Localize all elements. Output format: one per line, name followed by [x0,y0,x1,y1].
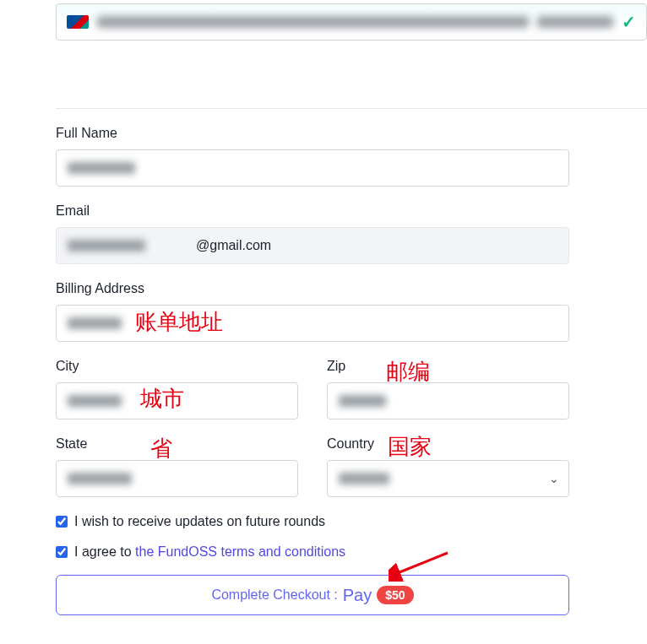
zip-label: Zip [327,359,569,374]
checkout-pay-text: Pay [343,586,372,605]
terms-link[interactable]: the FundOSS terms and conditions [135,544,345,559]
full-name-label: Full Name [56,126,569,141]
state-group: State 省 [56,436,298,497]
agree-checkbox[interactable] [56,546,68,558]
zip-group: Zip 邮编 [327,359,569,419]
agree-prefix: I agree to [74,544,135,559]
card-number-masked [97,16,529,28]
agree-label: I agree to the FundOSS terms and conditi… [74,544,345,560]
email-user-masked [68,240,145,252]
agree-checkbox-row: I agree to the FundOSS terms and conditi… [56,544,569,560]
billing-value-masked [68,317,122,329]
country-value-masked [339,473,389,484]
updates-checkbox-row: I wish to receive updates on future roun… [56,514,569,529]
card-expiry-masked [537,16,613,28]
country-label: Country [327,436,569,452]
city-group: City 城市 [56,359,298,419]
card-payment-row[interactable]: ✓ [56,3,647,41]
state-country-row: State 省 Country ⌄ 国家 [56,436,569,514]
section-divider [56,108,647,109]
email-group: Email @gmail.com [56,203,569,264]
amount-badge: $50 [377,586,413,604]
email-label: Email [56,203,569,219]
checkout-text: Complete Checkout : [211,587,337,603]
email-domain: @gmail.com [196,238,271,253]
state-label: State [56,436,298,452]
billing-address-group: Billing Address 账单地址 [56,281,569,342]
city-label: City [56,359,298,374]
unionpay-logo [67,15,89,29]
state-value-masked [68,473,132,484]
city-value-masked [68,395,122,407]
billing-address-input[interactable] [56,305,569,342]
updates-checkbox[interactable] [56,516,68,528]
check-icon: ✓ [622,12,636,32]
country-group: Country ⌄ 国家 [327,436,569,497]
city-zip-row: City 城市 Zip 邮编 [56,359,569,436]
updates-label: I wish to receive updates on future roun… [74,514,325,529]
complete-checkout-button[interactable]: Complete Checkout : Pay $50 [56,575,569,615]
full-name-group: Full Name [56,126,569,187]
billing-address-label: Billing Address [56,281,569,296]
full-name-value-masked [68,162,135,174]
zip-value-masked [339,395,386,407]
